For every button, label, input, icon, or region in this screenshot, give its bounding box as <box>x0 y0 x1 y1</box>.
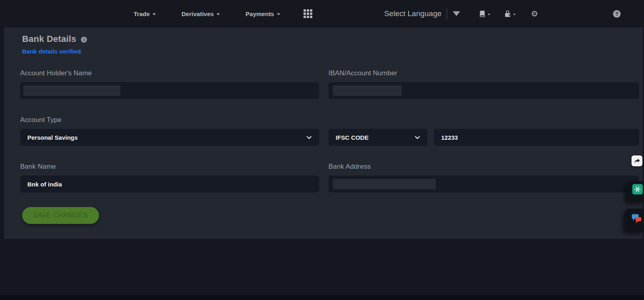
select-language-label[interactable]: Select Language <box>384 9 442 18</box>
bank-address-label: Bank Address <box>328 163 639 171</box>
settings-gear-icon[interactable]: ⚙ <box>531 10 538 18</box>
chevron-down-icon <box>306 136 312 139</box>
help-glyph: ? <box>615 11 619 17</box>
redacted-value <box>23 85 120 96</box>
bank-address-input[interactable] <box>328 176 639 192</box>
bank-address-field-group: Bank Address <box>328 163 639 192</box>
iban-field-group: IBAN/Account Number <box>328 69 639 99</box>
account-holder-field-group: Account Holder's Name <box>20 69 319 99</box>
ifsc-field-group: IFSC CODE <box>328 116 639 146</box>
top-navbar: Trade Derivatives Payments Select Langua… <box>0 0 644 27</box>
chevron-down-icon <box>415 136 420 139</box>
title-row: Bank Details i <box>22 34 639 44</box>
orderbook-menu[interactable] <box>479 10 490 17</box>
ifsc-code-select[interactable]: IFSC CODE <box>328 129 427 146</box>
bank-details-form: Account Holder's Name IBAN/Account Numbe… <box>20 69 639 192</box>
nav-menu-payments[interactable]: Payments <box>246 10 280 17</box>
account-type-select[interactable]: Personal Savings <box>20 129 319 146</box>
info-icon[interactable]: i <box>81 37 87 43</box>
ifsc-code-input[interactable] <box>434 129 639 146</box>
nav-menu-derivatives[interactable]: Derivatives <box>182 10 220 17</box>
account-holder-input[interactable] <box>20 82 319 99</box>
page-title: Bank Details <box>22 34 76 44</box>
help-icon[interactable]: ? <box>613 10 621 18</box>
nav-menu-derivatives-label: Derivatives <box>182 10 214 17</box>
chevron-down-icon <box>513 14 516 15</box>
ifsc-select-value: IFSC CODE <box>336 134 369 141</box>
chat-bubbles-extension-button[interactable] <box>630 211 643 225</box>
apps-grid-icon[interactable] <box>303 9 312 18</box>
iban-label: IBAN/Account Number <box>328 69 639 77</box>
account-type-label: Account Type <box>20 116 319 124</box>
account-type-value: Personal Savings <box>27 134 78 141</box>
iban-input[interactable] <box>328 82 639 99</box>
chat-bubbles-icon <box>630 212 643 225</box>
bank-details-panel: Bank Details i Bank details verified. Ac… <box>4 27 643 239</box>
redacted-value <box>333 179 436 189</box>
nav-menu-trade-label: Trade <box>134 10 150 17</box>
share-extension-button[interactable] <box>632 155 642 166</box>
nav-menu-trade[interactable]: Trade <box>134 10 156 17</box>
share-arrow-icon <box>633 157 641 165</box>
chevron-down-icon <box>488 14 490 15</box>
language-dropdown-icon[interactable] <box>453 11 460 16</box>
verified-message: Bank details verified. <box>22 48 639 55</box>
chatgpt-extension-button[interactable] <box>632 184 643 194</box>
nav-right: Select Language ⚙ ? <box>384 8 644 19</box>
account-type-field-group: Account Type Personal Savings <box>20 116 319 146</box>
bottom-bar <box>0 295 644 300</box>
nav-menu-payments-label: Payments <box>246 10 274 17</box>
save-changes-button[interactable]: SAVE CHANGES <box>22 207 99 224</box>
divider <box>447 8 447 19</box>
bank-name-field-group: Bank Name <box>20 163 319 192</box>
account-holder-label: Account Holder's Name <box>20 69 319 77</box>
bank-name-label: Bank Name <box>20 163 319 171</box>
redacted-value <box>333 85 402 96</box>
book-icon <box>479 10 486 17</box>
info-glyph: i <box>84 37 85 42</box>
bank-name-input[interactable] <box>20 176 319 192</box>
chevron-down-icon <box>217 13 220 15</box>
chevron-down-icon <box>153 13 156 15</box>
nav-menus: Trade Derivatives Payments <box>0 9 312 18</box>
chevron-down-icon <box>277 13 280 15</box>
chatgpt-icon <box>634 185 642 193</box>
wallet-menu[interactable] <box>504 10 516 18</box>
wallet-lock-icon <box>504 10 511 18</box>
